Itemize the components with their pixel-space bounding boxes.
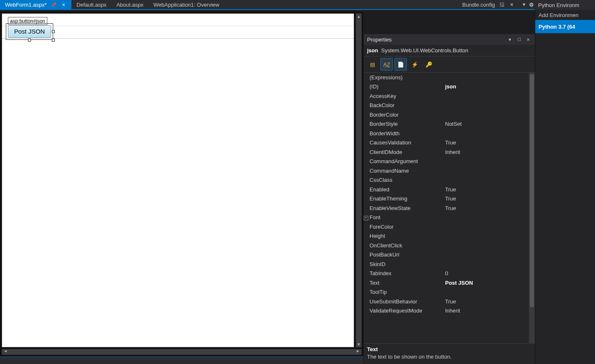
property-value[interactable]: json — [443, 83, 529, 90]
close-icon[interactable]: ✕ — [508, 1, 515, 8]
property-value[interactable]: True — [443, 195, 529, 202]
panel-title: Python Environm — [535, 0, 595, 10]
property-row[interactable]: ForeColor — [364, 222, 529, 232]
tab-label: WebForm1.aspx* — [5, 2, 47, 8]
property-value[interactable]: True — [443, 205, 529, 211]
dropdown-icon[interactable]: ▼ — [521, 1, 527, 8]
property-value[interactable]: NotSet — [443, 121, 529, 127]
document-tab[interactable]: About.aspx — [111, 0, 148, 9]
property-name: BorderStyle — [364, 121, 443, 127]
property-value[interactable]: True — [443, 139, 529, 146]
property-name: ToolTip — [364, 289, 443, 295]
property-row[interactable]: OnClientClick — [364, 241, 529, 250]
document-tab-active[interactable]: WebForm1.aspx* 📌 ✕ — [0, 0, 71, 9]
properties-grid[interactable]: (Expressions)(ID)jsonAccessKeyBackColorB… — [364, 73, 535, 343]
property-row[interactable]: TabIndex0 — [364, 269, 529, 278]
property-name: OnClientClick — [364, 242, 443, 249]
selected-object-header[interactable]: json System.Web.UI.WebControls.Button — [364, 45, 535, 56]
resize-handle-se[interactable] — [52, 39, 55, 42]
property-value[interactable]: Post JSON — [443, 280, 529, 286]
object-id: json — [367, 47, 378, 54]
property-row[interactable]: Font+ — [364, 213, 529, 222]
property-name: CommandArgument — [364, 158, 443, 164]
horizontal-scrollbar[interactable] — [2, 349, 362, 355]
resize-handle-s[interactable] — [28, 39, 31, 42]
property-name: SkinID — [364, 261, 443, 267]
property-value[interactable]: True — [443, 298, 529, 305]
property-row[interactable]: CommandName — [364, 166, 529, 176]
environment-item-selected[interactable]: Python 3.7 (64 — [535, 20, 595, 33]
tab-label: Default.aspx — [76, 2, 106, 8]
tab-label: About.aspx — [116, 2, 143, 8]
property-value[interactable]: 0 — [443, 270, 529, 276]
property-name: (Expressions) — [364, 74, 443, 81]
property-name: BorderColor — [364, 112, 443, 118]
property-value[interactable]: Inherit — [443, 149, 529, 155]
properties-page-icon[interactable]: 📄 — [394, 58, 407, 71]
property-row[interactable]: CausesValidationTrue — [364, 138, 529, 148]
property-row[interactable]: BorderStyleNotSet — [364, 120, 529, 129]
design-surface[interactable]: asp:button#json Post JSON — [2, 13, 354, 347]
scroll-thumb[interactable] — [530, 74, 534, 307]
property-row[interactable]: EnableViewStateTrue — [364, 203, 529, 213]
property-description: Text The text to be shown on the button. — [364, 343, 535, 364]
maximize-icon[interactable]: ☐ — [516, 36, 522, 43]
property-row[interactable]: TextPost JSON — [364, 278, 529, 288]
gear-icon[interactable]: ⚙ — [528, 1, 535, 8]
property-name: UseSubmitBehavior — [364, 298, 443, 305]
dropdown-icon[interactable]: ▼ — [507, 36, 513, 43]
add-environment-link[interactable]: Add Environmen — [535, 10, 595, 20]
property-row[interactable]: BorderWidth — [364, 129, 529, 138]
property-row[interactable]: SkinID — [364, 259, 529, 269]
property-row[interactable]: BorderColor — [364, 110, 529, 120]
property-row[interactable]: EnabledTrue — [364, 185, 529, 194]
asp-button-control[interactable]: Post JSON — [8, 25, 51, 38]
property-name: BorderWidth — [364, 130, 443, 137]
pin-icon[interactable]: 📌 — [51, 2, 56, 7]
close-icon[interactable]: ✕ — [61, 2, 66, 7]
panel-title-label: Properties — [367, 37, 392, 43]
save-icon[interactable]: 🖫 — [498, 1, 505, 8]
property-row[interactable]: PostBackUrl — [364, 250, 529, 260]
tab-label: Bundle.config — [462, 2, 495, 8]
property-row[interactable]: CommandArgument — [364, 157, 529, 166]
resize-handle-e[interactable] — [52, 30, 55, 33]
property-row[interactable]: UseSubmitBehaviorTrue — [364, 297, 529, 306]
property-row[interactable]: Height — [364, 232, 529, 241]
document-tab[interactable]: Bundle.config 🖫 ✕ — [457, 0, 520, 9]
element-tag-chip[interactable]: asp:button#json — [8, 17, 47, 25]
property-row[interactable]: EnableThemingTrue — [364, 194, 529, 204]
categorized-icon[interactable]: ▤ — [366, 58, 379, 71]
vertical-scrollbar[interactable] — [356, 13, 362, 347]
document-tab[interactable]: WebApplication1: Overview — [149, 0, 225, 9]
property-pages-icon[interactable]: 🔑 — [423, 58, 435, 71]
property-name: Text — [364, 280, 443, 286]
property-row[interactable]: (Expressions) — [364, 73, 529, 82]
panel-titlebar[interactable]: Properties ▼ ☐ ✕ — [364, 34, 535, 45]
python-environments-panel: Python Environm — [535, 0, 595, 10]
property-name: CssClass — [364, 177, 443, 183]
document-tab[interactable]: Default.aspx — [71, 0, 111, 9]
property-row[interactable]: ClientIDModeInherit — [364, 147, 529, 157]
property-row[interactable]: CssClass — [364, 176, 529, 185]
close-icon[interactable]: ✕ — [525, 36, 531, 43]
property-row[interactable]: BackColor — [364, 101, 529, 110]
description-name: Text — [367, 346, 531, 352]
property-row[interactable]: ToolTip — [364, 288, 529, 297]
property-row[interactable]: AccessKey — [364, 91, 529, 101]
expand-icon[interactable]: + — [364, 216, 368, 220]
property-value[interactable]: Inherit — [443, 308, 529, 314]
events-icon[interactable]: ⚡ — [409, 58, 421, 71]
property-value[interactable]: True — [443, 186, 529, 193]
property-name: Font+ — [364, 214, 443, 220]
property-row[interactable]: (ID)json — [364, 82, 529, 92]
property-row[interactable]: ValidateRequestModeInherit — [364, 306, 529, 316]
designer-canvas[interactable]: asp:button#json Post JSON — [0, 10, 363, 364]
property-name: TabIndex — [364, 270, 443, 276]
vertical-scrollbar[interactable] — [529, 73, 535, 343]
property-name: EnableViewState — [364, 205, 443, 211]
property-name: ForeColor — [364, 224, 443, 230]
alphabetical-icon[interactable]: A͢Z — [380, 58, 393, 71]
tab-label: WebApplication1: Overview — [154, 2, 220, 8]
python-environments-body: Add Environmen Python 3.7 (64 — [535, 10, 595, 364]
